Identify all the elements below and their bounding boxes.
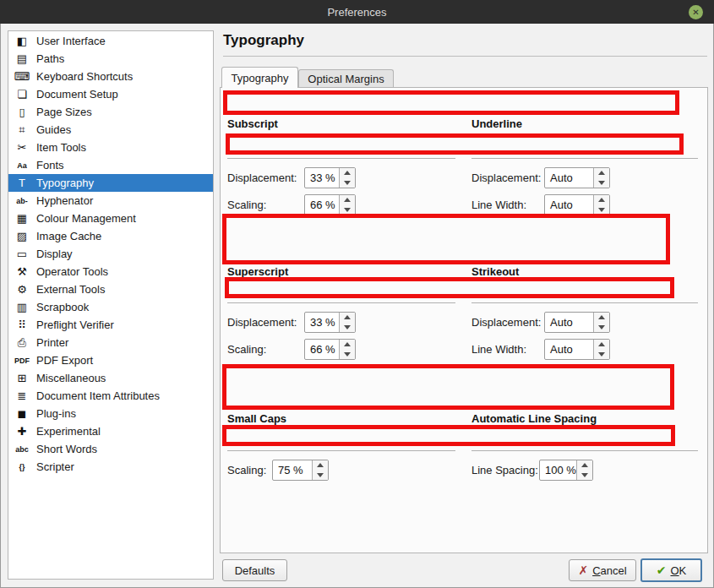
pdf-export-icon: PDF (13, 357, 31, 365)
superscript-displacement-spinner[interactable]: 33 % (304, 312, 356, 333)
sidebar-item-label: Paths (36, 52, 64, 65)
sidebar-item-experimental[interactable]: ✚Experimental (8, 422, 213, 440)
spin-down-icon[interactable] (598, 181, 605, 185)
spin-up-icon[interactable] (598, 198, 605, 202)
spinner-buttons[interactable] (593, 340, 609, 359)
spin-up-icon[interactable] (344, 315, 351, 319)
annotation-rect (222, 425, 675, 446)
spin-up-icon[interactable] (598, 315, 605, 319)
spin-up-icon[interactable] (344, 342, 351, 346)
sidebar-item-short-words[interactable]: abcShort Words (8, 440, 213, 458)
sidebar-item-preflight-verifier[interactable]: ⠿Preflight Verifier (8, 316, 213, 334)
spin-down-icon[interactable] (344, 352, 351, 357)
sidebar-item-paths[interactable]: ▤Paths (8, 50, 213, 68)
spinner-buttons[interactable] (593, 195, 609, 215)
spin-down-icon[interactable] (344, 208, 351, 212)
field-label: Scaling: (227, 199, 304, 211)
cancel-button[interactable]: ✗ Cancel (569, 559, 636, 581)
annotation-rect (223, 90, 679, 115)
sidebar-item-page-sizes[interactable]: ▯Page Sizes (8, 103, 213, 121)
sidebar-item-label: Display (36, 248, 73, 260)
experimental-icon: ✚ (13, 425, 31, 438)
field-label: Line Width: (471, 343, 544, 356)
ok-button[interactable]: ✔ OK (640, 558, 702, 582)
defaults-button[interactable]: Defaults (222, 559, 287, 581)
strikeout-line-width-spinner[interactable]: Auto (544, 339, 610, 360)
underline-displacement-spinner[interactable]: Auto (544, 167, 610, 188)
sidebar-item-fonts[interactable]: AaFonts (8, 156, 213, 174)
sidebar-item-item-tools[interactable]: ✂Item Tools (8, 139, 213, 156)
sidebar-item-label: Typography (36, 177, 94, 189)
scrapbook-icon: ▥ (13, 301, 31, 313)
group-title-superscript: Superscript (227, 265, 288, 278)
spin-down-icon[interactable] (598, 208, 605, 212)
superscript-scaling-spinner[interactable]: 66 % (304, 339, 356, 360)
annotation-rect (225, 277, 674, 298)
spin-up-icon[interactable] (581, 463, 588, 467)
spin-up-icon[interactable] (317, 463, 324, 467)
spinner-buttons[interactable] (339, 168, 355, 188)
line-spacing-spinner[interactable]: 100 % (539, 460, 593, 481)
sidebar-item-typography[interactable]: TTypography (8, 174, 213, 192)
spinner-buttons[interactable] (339, 195, 355, 215)
spin-down-icon[interactable] (598, 325, 605, 329)
item-tools-icon: ✂ (13, 141, 31, 154)
field-label: Line Spacing: (471, 464, 539, 476)
group-divider (471, 302, 698, 303)
sidebar-item-keyboard-shortcuts[interactable]: ⌨Keyboard Shortcuts (8, 68, 213, 85)
spin-down-icon[interactable] (598, 352, 605, 357)
strikeout-displacement-spinner[interactable]: Auto (544, 312, 610, 333)
group-title-automatic-line-spacing: Automatic Line Spacing (471, 412, 597, 425)
sidebar-item-pdf-export[interactable]: PDFPDF Export (8, 351, 213, 369)
sidebar-item-display[interactable]: ▭Display (8, 245, 213, 263)
spinner-buttons[interactable] (312, 460, 328, 480)
group-divider (471, 450, 698, 451)
guides-icon: ⌗ (13, 123, 31, 137)
window-title: Preferences (327, 6, 386, 19)
spin-down-icon[interactable] (581, 473, 588, 477)
sidebar-item-scripter[interactable]: {}Scripter (8, 458, 213, 476)
sidebar-item-miscellaneous[interactable]: ⊞Miscellaneous (8, 369, 213, 387)
sidebar-item-label: Image Cache (36, 230, 101, 242)
sidebar-item-label: Scripter (36, 460, 74, 473)
sidebar-item-image-cache[interactable]: ▨Image Cache (8, 227, 213, 245)
subscript-displacement-spinner[interactable]: 33 % (304, 167, 356, 188)
sidebar-item-plug-ins[interactable]: ◼Plug-ins (8, 405, 213, 422)
field-label: Displacement: (471, 316, 544, 329)
sidebar-item-hyphenator[interactable]: ab-Hyphenator (8, 192, 213, 210)
sidebar-item-document-setup[interactable]: ❏Document Setup (8, 85, 213, 103)
sidebar-item-label: User Interface (36, 35, 106, 47)
spinner-buttons[interactable] (339, 340, 355, 359)
hyphenator-icon: ab- (13, 197, 31, 205)
sidebar-item-printer[interactable]: ⎙Printer (8, 334, 213, 351)
subscript-scaling-spinner[interactable]: 66 % (304, 194, 356, 215)
spin-up-icon[interactable] (344, 171, 351, 175)
sidebar-item-user-interface[interactable]: ◧User Interface (8, 32, 213, 50)
spinner-buttons[interactable] (339, 313, 355, 332)
sidebar-item-document-item-attributes[interactable]: ≣Document Item Attributes (8, 387, 213, 405)
underline-line-width-spinner[interactable]: Auto (544, 194, 610, 215)
sidebar-item-guides[interactable]: ⌗Guides (8, 121, 213, 139)
spinner-buttons[interactable] (576, 460, 592, 480)
spin-up-icon[interactable] (598, 342, 605, 346)
spin-down-icon[interactable] (344, 181, 351, 185)
tab-typography[interactable]: Typography (221, 67, 298, 88)
sidebar-item-label: Document Setup (36, 88, 118, 101)
close-icon[interactable]: ✕ (689, 5, 703, 19)
field-label: Displacement: (227, 172, 304, 184)
sidebar-item-colour-management[interactable]: ▦Colour Management (8, 210, 213, 227)
sidebar-item-external-tools[interactable]: ⚙External Tools (8, 280, 213, 298)
spin-up-icon[interactable] (344, 198, 351, 202)
tab-optical-margins[interactable]: Optical Margins (298, 69, 394, 88)
spinner-buttons[interactable] (593, 168, 609, 188)
sidebar-item-operator-tools[interactable]: ⚒Operator Tools (8, 263, 213, 280)
sidebar-item-label: Hyphenator (36, 194, 93, 207)
spinner-buttons[interactable] (593, 313, 609, 332)
spin-up-icon[interactable] (598, 171, 605, 175)
spin-down-icon[interactable] (344, 325, 351, 329)
small-caps-scaling-spinner[interactable]: 75 % (272, 460, 329, 481)
sidebar-item-scrapbook[interactable]: ▥Scrapbook (8, 298, 213, 316)
field-label: Scaling: (227, 343, 304, 356)
spin-down-icon[interactable] (317, 473, 324, 477)
fonts-icon: Aa (13, 161, 31, 170)
